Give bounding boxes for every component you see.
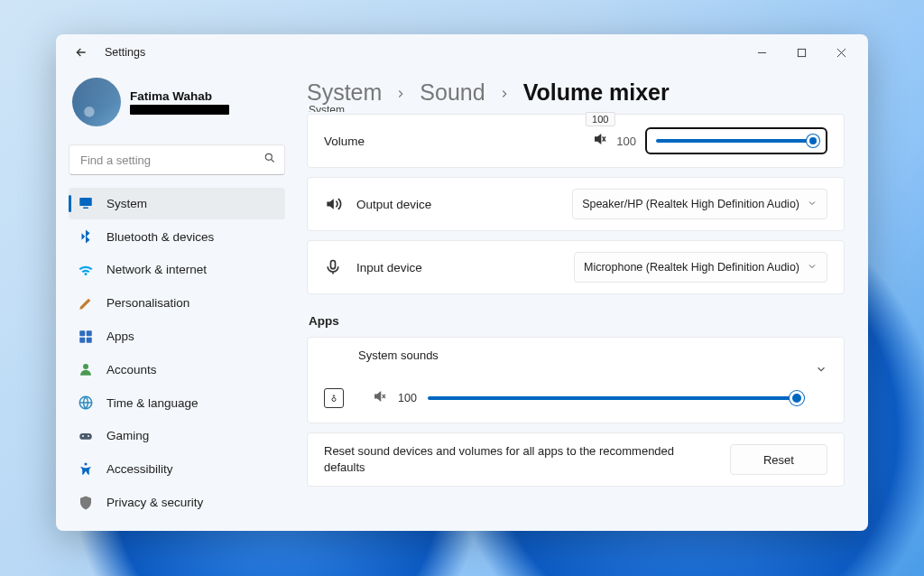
chevron-right-icon	[498, 79, 511, 106]
reset-card: Reset sound devices and volumes for all …	[307, 432, 845, 487]
system-sounds-title: System sounds	[358, 348, 439, 362]
chevron-down-icon	[807, 261, 818, 274]
breadcrumb-sound[interactable]: Sound	[420, 79, 485, 106]
maximize-icon	[797, 48, 807, 58]
minimize-button[interactable]	[742, 38, 781, 67]
volume-label: Volume	[324, 135, 365, 148]
chevron-down-icon	[807, 198, 818, 211]
breadcrumb-current: Volume mixer	[523, 79, 670, 106]
sidebar-item-time[interactable]: Time & language	[69, 387, 285, 419]
expand-button[interactable]	[815, 363, 827, 379]
svg-rect-3	[83, 208, 88, 209]
sidebar-item-label: Accounts	[106, 363, 157, 376]
slider-thumb[interactable]	[790, 391, 804, 405]
sidebar-item-gaming[interactable]: Gaming	[69, 421, 285, 452]
breadcrumb: System Sound Volume mixer	[307, 79, 845, 106]
svg-point-16	[332, 398, 336, 402]
volume-card: Volume 100 100	[307, 114, 845, 168]
svg-point-12	[82, 435, 84, 437]
sidebar-item-label: Privacy & security	[106, 496, 203, 509]
slider-thumb[interactable]	[807, 135, 819, 147]
speaker-box-icon	[324, 388, 344, 408]
arrow-left-icon	[74, 45, 88, 60]
speaker-output-icon	[324, 195, 342, 213]
person-icon	[78, 361, 94, 377]
bluetooth-icon	[78, 228, 94, 245]
svg-point-1	[265, 153, 272, 160]
breadcrumb-system[interactable]: System	[307, 79, 382, 106]
profile-name: Fatima Wahab	[130, 89, 229, 103]
mute-icon[interactable]	[373, 389, 387, 407]
sidebar-item-system[interactable]: System	[69, 188, 285, 219]
sidebar-item-label: System	[106, 197, 147, 210]
input-device-card: Input device Microphone (Realtek High De…	[307, 240, 845, 294]
search-input[interactable]	[69, 144, 285, 175]
sidebar-item-network[interactable]: Network & internet	[69, 255, 285, 286]
maximize-button[interactable]	[781, 38, 821, 67]
volume-value: 100	[616, 135, 636, 148]
output-device-label: Output device	[356, 198, 431, 211]
sidebar-item-label: Time & language	[106, 396, 199, 410]
svg-rect-7	[87, 337, 92, 342]
section-label-apps: Apps	[309, 314, 845, 328]
titlebar: Settings	[56, 34, 868, 70]
svg-rect-14	[331, 261, 336, 269]
svg-rect-4	[79, 330, 85, 336]
sidebar: Fatima Wahab System Bluetooth & devices	[56, 70, 298, 531]
profile-email-redacted	[130, 105, 229, 115]
reset-button[interactable]: Reset	[730, 444, 827, 475]
sidebar-item-label: Personalisation	[106, 296, 189, 310]
sidebar-item-privacy[interactable]: Privacy & security	[69, 487, 285, 518]
sidebar-item-bluetooth[interactable]: Bluetooth & devices	[69, 221, 285, 253]
sidebar-item-label: Bluetooth & devices	[106, 230, 214, 244]
svg-rect-6	[79, 337, 85, 342]
nav-list: System Bluetooth & devices Network & int…	[69, 188, 285, 518]
chevron-right-icon	[394, 79, 407, 106]
close-icon	[836, 48, 846, 58]
system-sounds-slider[interactable]	[428, 396, 797, 400]
svg-point-11	[88, 435, 89, 437]
sidebar-item-accessibility[interactable]: Accessibility	[69, 453, 285, 485]
system-sounds-value: 100	[398, 392, 417, 404]
svg-point-15	[333, 395, 335, 397]
svg-rect-10	[79, 433, 92, 440]
volume-tooltip: 100	[586, 112, 614, 126]
svg-point-13	[85, 462, 88, 465]
profile-block[interactable]: Fatima Wahab	[69, 70, 285, 139]
svg-rect-2	[79, 198, 92, 206]
input-device-dropdown[interactable]: Microphone (Realtek High Definition Audi…	[574, 252, 827, 283]
settings-window: Settings Fatima Wahab	[56, 34, 868, 531]
avatar	[72, 78, 121, 126]
system-sounds-card: System sounds 100	[307, 337, 845, 423]
monitor-icon	[78, 195, 94, 211]
close-button[interactable]	[821, 38, 861, 67]
brush-icon	[78, 295, 94, 311]
input-device-selected: Microphone (Realtek High Definition Audi…	[584, 261, 799, 274]
apps-icon	[78, 329, 94, 345]
wifi-icon	[78, 262, 94, 278]
main-content: System Sound Volume mixer System Volume …	[298, 70, 868, 531]
output-device-selected: Speaker/HP (Realtek High Definition Audi…	[582, 198, 799, 210]
output-device-dropdown[interactable]: Speaker/HP (Realtek High Definition Audi…	[572, 189, 827, 219]
minimize-icon	[757, 48, 767, 58]
accessibility-icon	[78, 461, 94, 478]
mute-icon[interactable]: 100	[593, 132, 607, 150]
sidebar-item-label: Accessibility	[106, 462, 173, 476]
reset-description: Reset sound devices and volumes for all …	[324, 443, 712, 475]
sidebar-item-personalisation[interactable]: Personalisation	[69, 287, 285, 319]
svg-rect-5	[87, 330, 92, 336]
back-button[interactable]	[72, 43, 90, 61]
volume-slider[interactable]	[645, 127, 827, 154]
window-controls	[742, 38, 861, 67]
sidebar-item-apps[interactable]: Apps	[69, 321, 285, 352]
input-device-label: Input device	[356, 261, 422, 274]
sidebar-item-label: Apps	[106, 330, 134, 343]
sidebar-item-label: Network & internet	[106, 263, 207, 276]
svg-rect-0	[798, 49, 805, 56]
shield-icon	[78, 495, 94, 511]
search-icon	[263, 152, 276, 168]
svg-point-8	[83, 364, 88, 369]
globe-icon	[78, 395, 94, 411]
microphone-icon	[324, 258, 342, 276]
sidebar-item-accounts[interactable]: Accounts	[69, 354, 285, 386]
